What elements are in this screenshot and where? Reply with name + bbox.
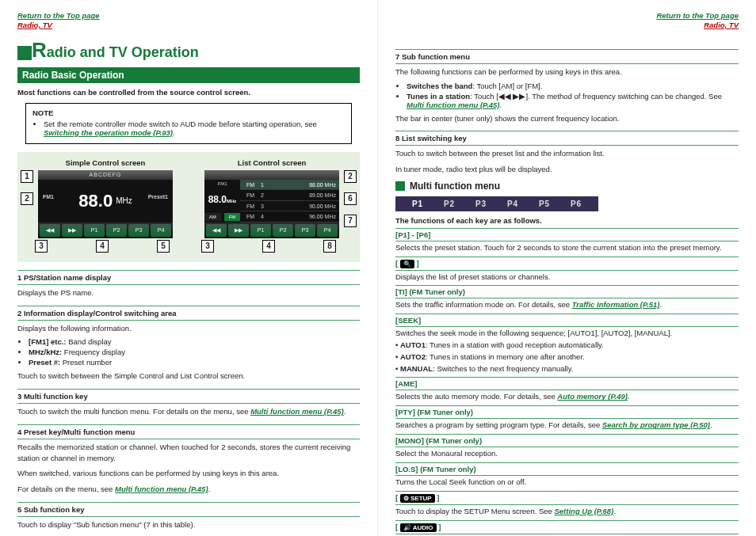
item2-b2: MHz/kHz: bbox=[29, 348, 62, 356]
note-box: NOTE Set the remote controller mode swit… bbox=[25, 103, 352, 144]
link-automem[interactable]: Auto memory (P.49) bbox=[557, 392, 628, 401]
item2-b1: [FM1] etc.: bbox=[29, 337, 67, 346]
simple-screen: ABCDEFG FM1 Preset1 88.0 MHz ◀◀▶▶P1P2P3P… bbox=[38, 170, 173, 235]
callout-6: 6 bbox=[344, 192, 357, 205]
sub7-head: 7 Sub function menu bbox=[395, 49, 739, 64]
page-title: Radio and TV Operation bbox=[17, 38, 360, 63]
list-unit: MHz bbox=[227, 199, 236, 203]
callout-5: 5 bbox=[157, 240, 170, 253]
title-square-icon bbox=[17, 46, 32, 60]
key-mono: [MONO] (FM Tuner only) bbox=[395, 434, 739, 447]
simple-freq: 88.0 bbox=[78, 191, 113, 211]
list-freq: 88.0 bbox=[208, 194, 227, 205]
key-los-desc: Turns the Local Seek function on or off. bbox=[395, 476, 739, 488]
item-body-1: Displays the PS name. bbox=[17, 285, 360, 301]
preset-bar: P1 P2 P3 P4 P5 P6 bbox=[395, 196, 598, 211]
callout-7: 7 bbox=[344, 215, 357, 227]
link-pty[interactable]: Search by program type (P.50) bbox=[602, 420, 710, 429]
return-link-r[interactable]: Return to the Top page bbox=[656, 11, 739, 20]
simple-title: Simple Control screen bbox=[33, 158, 178, 167]
key-ame-desc: Selects the auto memory mode. For detail… bbox=[395, 392, 557, 401]
key-setup: [ ⚙ SETUP ] bbox=[395, 491, 739, 505]
key-search: [ 🔍 ] bbox=[395, 257, 739, 271]
link-setup[interactable]: Setting Up (P.68) bbox=[555, 507, 614, 515]
gear-icon: ⚙ SETUP bbox=[400, 494, 435, 503]
item4-c: For details on the menu, see bbox=[17, 485, 115, 493]
simple-preset: Preset1 bbox=[148, 194, 168, 200]
section-bar-basic: Radio Basic Operation bbox=[17, 67, 360, 83]
key-setup-desc: Touch to display the SETUP Menu screen. … bbox=[395, 507, 555, 515]
item-head-1: 1 PS/Station name display bbox=[17, 270, 360, 285]
list-fm: FM1 bbox=[218, 181, 227, 186]
callout-1: 1 bbox=[21, 170, 33, 183]
sub8-b: In tuner mode, radio text plus will be d… bbox=[395, 162, 739, 177]
item3-text: Touch to switch the multi function menu.… bbox=[17, 407, 250, 416]
item-head-5: 5 Sub function key bbox=[17, 502, 360, 517]
callout-3b: 3 bbox=[201, 240, 214, 253]
preset-p5: P5 bbox=[529, 200, 560, 208]
item4-link[interactable]: Multi function menu (P.45) bbox=[115, 485, 208, 493]
callout-4: 4 bbox=[96, 240, 109, 253]
callout-8: 8 bbox=[323, 240, 336, 253]
sub8-head: 8 List switching key bbox=[395, 131, 739, 146]
key-ame: [AME] bbox=[395, 377, 739, 390]
key-los: [LO.S] (FM Tuner only) bbox=[395, 462, 739, 476]
list-screen: FM1 88.0MHz AM FM FM188.00 MHz FM2 bbox=[204, 170, 339, 235]
am-btn: AM bbox=[204, 213, 221, 221]
simple-unit: MHz bbox=[116, 196, 132, 205]
functions-intro: The functions of each key are as follows… bbox=[395, 216, 739, 225]
item-body-2b: Touch to switch between the Simple Contr… bbox=[17, 368, 360, 384]
speaker-icon: 🔊 AUDIO bbox=[400, 523, 437, 532]
forward-icon: ▶▶ bbox=[513, 92, 525, 101]
item4-a: Recalls the memorized station or channel… bbox=[17, 439, 360, 466]
key-pty-desc: Searches a program by setting program ty… bbox=[395, 420, 602, 429]
header-links-left: Return to the Top page Radio, TV bbox=[17, 11, 360, 30]
sub7-bar: The bar in center (tuner only) shows the… bbox=[395, 111, 739, 127]
preset-p4: P4 bbox=[497, 200, 529, 208]
preset-p2: P2 bbox=[433, 200, 465, 208]
simple-topbar: ABCDEFG bbox=[38, 170, 173, 180]
callout-2b: 2 bbox=[344, 170, 357, 183]
preset-p3: P3 bbox=[465, 200, 497, 208]
item3-link[interactable]: Multi function menu (P.45) bbox=[250, 407, 344, 416]
header-links-right: Return to the Top page Radio, TV bbox=[395, 11, 739, 30]
key-p1p6: [P1] - [P6] bbox=[395, 228, 739, 241]
preset-p6: P6 bbox=[560, 200, 592, 208]
callout-2: 2 bbox=[21, 192, 33, 205]
note-label: NOTE bbox=[32, 108, 345, 117]
screenshot-block: Simple Control screen 1 2 ABCDEFG FM1 Pr… bbox=[17, 152, 360, 262]
key-search-desc: Displays the list of preset stations or … bbox=[395, 271, 739, 283]
section-link-r[interactable]: Radio, TV bbox=[704, 21, 739, 29]
rewind-icon: ◀◀ bbox=[498, 92, 511, 101]
sub7-link[interactable]: Multi function menu (P.45) bbox=[407, 101, 500, 109]
key-ti: [TI] (FM Tuner only) bbox=[395, 285, 739, 298]
key-audio: [ 🔊 AUDIO ] bbox=[395, 520, 739, 534]
fm-btn: FM bbox=[224, 213, 241, 221]
key-mono-desc: Select the Monaural reception. bbox=[395, 447, 739, 459]
key-seek-desc: Switches the seek mode in the following … bbox=[395, 327, 739, 339]
sub7-intro: The following functions can be performed… bbox=[395, 64, 739, 80]
intro-text: Most functions can be controlled from th… bbox=[17, 88, 360, 97]
search-icon: 🔍 bbox=[400, 260, 414, 268]
item5-text: Touch to display "Sub function menu" (7 … bbox=[17, 517, 360, 533]
item-body-2a: Displays the following information. bbox=[17, 321, 360, 336]
mfm-head: Multi function menu bbox=[395, 181, 739, 192]
key-pty: [PTY] (FM Tuner only) bbox=[395, 405, 739, 419]
item4-b: When switched, various functions can be … bbox=[17, 466, 360, 481]
note-text: Set the remote controller mode switch to… bbox=[44, 120, 317, 128]
preset-p1: P1 bbox=[402, 200, 433, 208]
callout-3: 3 bbox=[35, 240, 48, 253]
callout-4b: 4 bbox=[262, 240, 275, 253]
item-head-3: 3 Multi function key bbox=[17, 389, 360, 404]
item-head-4: 4 Preset key/Multi function menu bbox=[17, 424, 360, 439]
item2-b3: Preset #: bbox=[29, 358, 60, 367]
note-link[interactable]: Switching the operation mode (P.93) bbox=[44, 128, 173, 137]
return-link[interactable]: Return to the Top page bbox=[17, 11, 100, 20]
list-title: List Control screen bbox=[200, 158, 344, 167]
simple-bottombar: ◀◀▶▶P1P2P3P4 bbox=[38, 222, 173, 238]
item-head-2: 2 Information display/Control switching … bbox=[17, 306, 360, 321]
section-link[interactable]: Radio, TV bbox=[17, 21, 52, 29]
link-traffic[interactable]: Traffic Information (P.51) bbox=[572, 300, 660, 309]
key-seek: [SEEK] bbox=[395, 314, 739, 327]
key-ti-desc: Sets the traffic information mode on. Fo… bbox=[395, 300, 572, 309]
